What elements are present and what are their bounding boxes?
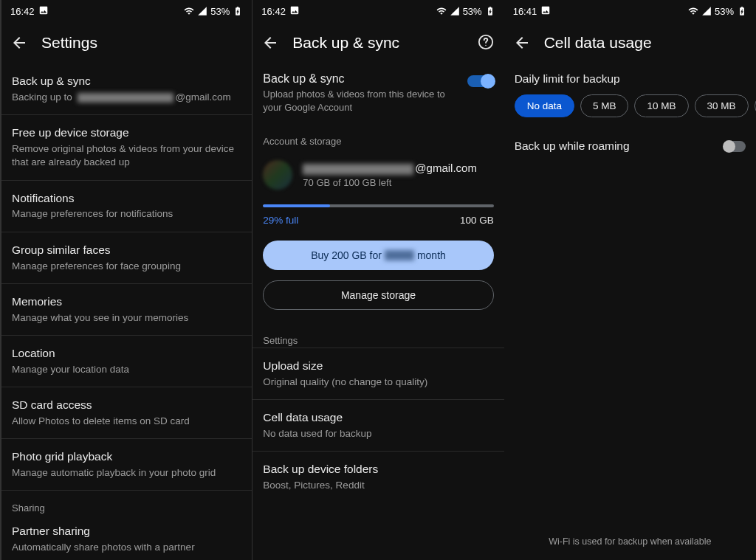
item-backup-sync[interactable]: Back up & sync Backing up to @gmail.com <box>1 63 252 115</box>
wifi-icon <box>688 6 698 16</box>
backup-header: Back up & sync Upload photos & videos fr… <box>252 63 504 124</box>
page-title: Cell data usage <box>544 34 747 52</box>
battery-text: 53% <box>463 6 482 17</box>
item-sub: Backing up to @gmail.com <box>12 91 241 104</box>
signal-icon <box>450 6 460 16</box>
item-roaming[interactable]: Back up while roaming <box>504 117 756 163</box>
toggle-backup[interactable] <box>467 75 494 87</box>
app-bar: Back up & sync <box>252 22 504 63</box>
screen-settings: 16:42 53% Settings Back up & sync Backin… <box>0 0 252 560</box>
item-grid-playback[interactable]: Photo grid playback Manage automatic pla… <box>1 439 252 491</box>
storage-total: 100 GB <box>460 215 494 226</box>
app-bar: Settings <box>1 22 252 63</box>
item-sdcard[interactable]: SD card access Allow Photos to delete it… <box>1 387 252 439</box>
battery-icon <box>737 6 747 16</box>
status-bar: 16:42 53% <box>252 0 504 22</box>
storage-bar-fill <box>263 204 330 207</box>
page-title: Settings <box>41 34 243 52</box>
status-bar: 16:41 53% <box>504 0 756 22</box>
redacted-email <box>78 93 173 103</box>
redacted-email <box>303 164 413 175</box>
buy-storage-button[interactable]: Buy 200 GB formonth <box>263 241 493 270</box>
battery-text: 53% <box>715 6 734 17</box>
section-settings: Settings <box>252 319 504 348</box>
manage-storage-button[interactable]: Manage storage <box>263 280 493 310</box>
status-time: 16:42 <box>261 6 286 17</box>
battery-icon <box>233 6 243 16</box>
section-account: Account & storage <box>252 124 504 153</box>
back-icon[interactable] <box>513 34 531 52</box>
header-title: Back up & sync <box>263 72 458 86</box>
storage-bar <box>263 204 493 207</box>
account-email: @gmail.com <box>303 162 493 175</box>
page-title: Back up & sync <box>292 34 464 52</box>
item-free-storage[interactable]: Free up device storage Remove original p… <box>1 115 252 180</box>
wifi-icon <box>436 6 447 16</box>
chip-no-data[interactable]: No data <box>515 94 574 117</box>
wifi-icon <box>184 6 194 16</box>
status-bar: 16:42 53% <box>1 0 252 22</box>
item-notifications[interactable]: Notifications Manage preferences for not… <box>1 181 252 232</box>
status-time: 16:42 <box>10 6 35 17</box>
roaming-label: Back up while roaming <box>515 139 630 153</box>
item-memories[interactable]: Memories Manage what you see in your mem… <box>1 284 252 336</box>
item-title: Back up & sync <box>12 74 241 89</box>
app-bar: Cell data usage <box>504 22 756 63</box>
back-icon[interactable] <box>261 34 279 52</box>
storage-meter: 29% full 100 GB <box>252 194 504 230</box>
footer-note: Wi-Fi is used for backup when available <box>504 536 756 547</box>
redacted-price <box>385 250 414 260</box>
item-location[interactable]: Location Manage your location data <box>1 336 252 387</box>
item-device-folders[interactable]: Back up device folders Boost, Pictures, … <box>252 451 504 502</box>
header-sub: Upload photos & videos from this device … <box>263 88 458 114</box>
item-group-faces[interactable]: Group similar faces Manage preferences f… <box>1 232 252 284</box>
chip-5mb[interactable]: 5 MB <box>580 94 629 117</box>
item-partner-sharing[interactable]: Partner sharing Automatically share phot… <box>1 519 252 560</box>
item-cell-data-usage[interactable]: Cell data usage No data used for backup <box>252 399 504 451</box>
account-row[interactable]: @gmail.com 70 GB of 100 GB left <box>252 153 504 194</box>
chip-group: No data 5 MB 10 MB 30 MB Un <box>504 94 756 117</box>
heading-daily-limit: Daily limit for backup <box>504 63 756 94</box>
status-time: 16:41 <box>513 6 537 17</box>
signal-icon <box>701 6 712 16</box>
battery-text: 53% <box>210 6 230 17</box>
avatar <box>263 160 292 190</box>
screen-backup-sync: 16:42 53% Back up & sync Back up & sync … <box>252 0 504 560</box>
storage-left-text: 70 GB of 100 GB left <box>303 177 493 188</box>
help-icon[interactable] <box>478 34 495 52</box>
screen-cell-data: 16:41 53% Cell data usage Daily limit fo… <box>504 0 756 560</box>
svg-point-1 <box>485 45 486 46</box>
image-icon <box>540 5 551 18</box>
image-icon <box>289 5 300 18</box>
back-icon[interactable] <box>10 34 28 52</box>
chip-30mb[interactable]: 30 MB <box>695 94 749 117</box>
toggle-roaming[interactable] <box>724 141 746 152</box>
item-upload-size[interactable]: Upload size Original quality (no change … <box>252 348 504 399</box>
chip-10mb[interactable]: 10 MB <box>634 94 688 117</box>
signal-icon <box>197 6 207 16</box>
image-icon <box>38 5 49 18</box>
section-sharing: Sharing <box>1 491 252 519</box>
battery-icon <box>485 6 495 16</box>
storage-pct: 29% full <box>263 215 298 226</box>
